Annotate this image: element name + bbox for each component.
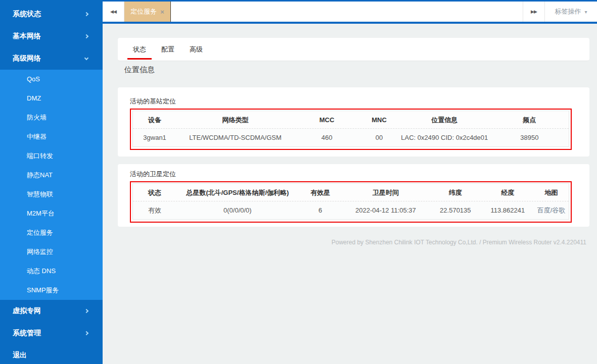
sidebar-item-location-service[interactable]: 定位服务 bbox=[0, 223, 103, 242]
column-header: 状态 bbox=[133, 184, 176, 201]
column-header: MCC bbox=[294, 111, 359, 128]
station-table: 设备 网络类型 MCC MNC 位置信息 频点 3gwan1 LTE/WCDMA… bbox=[132, 111, 569, 147]
chevron-right-icon bbox=[84, 34, 88, 38]
column-header: 网络类型 bbox=[176, 111, 294, 128]
latitude-cell: 22.570135 bbox=[429, 201, 481, 219]
sidebar-item-label: 高级网络 bbox=[13, 54, 41, 63]
sidebar-item-system-management[interactable]: 系统管理 bbox=[0, 322, 103, 344]
sidebar: 系统状态 基本网络 高级网络 QoS DMZ 防火墙 中继器 端口转发 静态NA… bbox=[0, 0, 103, 364]
table-row: 有效 0(0/0/0/0) 6 2022-04-12 11:05:37 22.5… bbox=[133, 201, 569, 219]
page-title: 位置信息 bbox=[124, 65, 155, 75]
close-icon[interactable]: × bbox=[160, 8, 164, 16]
tab-actions-label: 标签操作 bbox=[555, 7, 581, 16]
chevron-down-icon bbox=[84, 56, 88, 60]
station-panel-title: 活动的基站定位 bbox=[130, 96, 572, 107]
longitude-cell: 113.862241 bbox=[482, 201, 534, 219]
sidebar-item-qos[interactable]: QoS bbox=[0, 70, 103, 89]
sidebar-item-m2m-platform[interactable]: M2M平台 bbox=[0, 204, 103, 223]
sidebar-item-label: 基本网络 bbox=[13, 32, 41, 41]
column-header: MNC bbox=[359, 111, 399, 128]
satellite-time-cell: 2022-04-12 11:05:37 bbox=[342, 201, 429, 219]
frequency-cell: 38950 bbox=[490, 129, 569, 146]
footer-text: Powered by Shenzhen Chilink IOT Technolo… bbox=[332, 239, 586, 246]
map-links[interactable]: 百度/谷歌 bbox=[534, 201, 569, 219]
sidebar-submenu: QoS DMZ 防火墙 中继器 端口转发 静态NAT 智慧物联 M2M平台 定位… bbox=[0, 70, 103, 300]
sidebar-item-network-monitor[interactable]: 网络监控 bbox=[0, 242, 103, 262]
status-cell: 有效 bbox=[133, 201, 176, 219]
sidebar-item-logout[interactable]: 退出 bbox=[0, 344, 103, 364]
table-header-row: 状态 总星数(北斗/GPS/格洛纳斯/伽利略) 有效星 卫星时间 纬度 经度 地… bbox=[133, 184, 569, 201]
column-header: 卫星时间 bbox=[342, 184, 429, 201]
tab-config[interactable]: 配置 bbox=[160, 38, 175, 61]
station-table-highlight: 设备 网络类型 MCC MNC 位置信息 频点 3gwan1 LTE/WCDMA… bbox=[130, 109, 572, 150]
router-admin-app: 系统状态 基本网络 高级网络 QoS DMZ 防火墙 中继器 端口转发 静态NA… bbox=[0, 0, 597, 364]
scroll-right-icon: ▶▶ bbox=[531, 9, 537, 14]
scroll-left-icon: ◀◀ bbox=[110, 9, 116, 14]
column-header: 位置信息 bbox=[399, 111, 490, 128]
device-cell: 3gwan1 bbox=[133, 129, 176, 146]
column-header: 经度 bbox=[482, 184, 534, 201]
valid-satellites-cell: 6 bbox=[299, 201, 342, 219]
sidebar-item-label: 系统管理 bbox=[13, 329, 41, 338]
sidebar-item-label: 系统状态 bbox=[13, 10, 41, 19]
table-row: 3gwan1 LTE/WCDMA/TD-SCDMA/GSM 460 00 LAC… bbox=[133, 129, 569, 146]
sidebar-item-smart-iot[interactable]: 智慧物联 bbox=[0, 185, 103, 204]
tab-label: 定位服务 bbox=[130, 7, 157, 16]
tab-strip-spacer bbox=[171, 2, 523, 22]
sidebar-item-static-nat[interactable]: 静态NAT bbox=[0, 166, 103, 185]
column-header: 频点 bbox=[490, 111, 569, 128]
sidebar-item-system-status[interactable]: 系统状态 bbox=[0, 3, 103, 25]
sidebar-item-repeater[interactable]: 中继器 bbox=[0, 127, 103, 146]
satellite-table: 状态 总星数(北斗/GPS/格洛纳斯/伽利略) 有效星 卫星时间 纬度 经度 地… bbox=[132, 183, 569, 220]
section-tabs: 状态 配置 高级 bbox=[118, 38, 589, 61]
sidebar-item-basic-network[interactable]: 基本网络 bbox=[0, 25, 103, 47]
tab-strip: ◀◀ 定位服务 × ▶▶ 标签操作 ▾ bbox=[103, 0, 597, 24]
sidebar-item-vpn[interactable]: 虚拟专网 bbox=[0, 300, 103, 322]
tab-actions-dropdown[interactable]: 标签操作 ▾ bbox=[544, 2, 597, 22]
mcc-cell: 460 bbox=[294, 129, 359, 146]
content-area: 状态 配置 高级 位置信息 活动的基站定位 设备 网络类型 MCC MNC 位置… bbox=[103, 24, 597, 364]
chevron-right-icon bbox=[84, 12, 88, 16]
location-info-cell: LAC: 0x2490 CID: 0x2c4de01 bbox=[399, 129, 490, 146]
satellite-panel-title: 活动的卫星定位 bbox=[130, 169, 572, 179]
table-header-row: 设备 网络类型 MCC MNC 位置信息 频点 bbox=[133, 111, 569, 129]
sidebar-item-snmp-service[interactable]: SNMP服务 bbox=[0, 281, 103, 300]
sidebar-item-advanced-network[interactable]: 高级网络 bbox=[0, 47, 103, 70]
scroll-tabs-right-button[interactable]: ▶▶ bbox=[523, 2, 544, 22]
sidebar-item-port-forwarding[interactable]: 端口转发 bbox=[0, 146, 103, 166]
scroll-tabs-left-button[interactable]: ◀◀ bbox=[103, 2, 124, 22]
sidebar-item-firewall[interactable]: 防火墙 bbox=[0, 108, 103, 127]
tab-status[interactable]: 状态 bbox=[132, 38, 147, 61]
satellite-count-cell: 0(0/0/0/0) bbox=[176, 201, 298, 219]
sidebar-item-label: 退出 bbox=[13, 351, 27, 360]
column-header: 设备 bbox=[133, 111, 176, 128]
chevron-right-icon bbox=[84, 331, 88, 335]
network-type-cell: LTE/WCDMA/TD-SCDMA/GSM bbox=[176, 129, 294, 146]
caret-down-icon: ▾ bbox=[584, 9, 587, 15]
satellite-table-highlight: 状态 总星数(北斗/GPS/格洛纳斯/伽利略) 有效星 卫星时间 纬度 经度 地… bbox=[130, 181, 572, 223]
sidebar-item-label: 虚拟专网 bbox=[13, 306, 41, 316]
chevron-right-icon bbox=[84, 309, 88, 313]
sidebar-item-dynamic-dns[interactable]: 动态 DNS bbox=[0, 262, 103, 281]
mnc-cell: 00 bbox=[359, 129, 399, 146]
column-header: 有效星 bbox=[299, 184, 342, 201]
tab-location-service[interactable]: 定位服务 × bbox=[124, 2, 171, 22]
column-header: 纬度 bbox=[429, 184, 481, 201]
station-location-panel: 活动的基站定位 设备 网络类型 MCC MNC 位置信息 频点 3gwan1 L… bbox=[118, 87, 589, 157]
column-header: 总星数(北斗/GPS/格洛纳斯/伽利略) bbox=[176, 184, 298, 201]
satellite-location-panel: 活动的卫星定位 状态 总星数(北斗/GPS/格洛纳斯/伽利略) 有效星 卫星时间… bbox=[118, 164, 589, 227]
tab-advanced[interactable]: 高级 bbox=[189, 38, 204, 61]
column-header: 地图 bbox=[534, 184, 569, 201]
sidebar-item-dmz[interactable]: DMZ bbox=[0, 89, 103, 108]
